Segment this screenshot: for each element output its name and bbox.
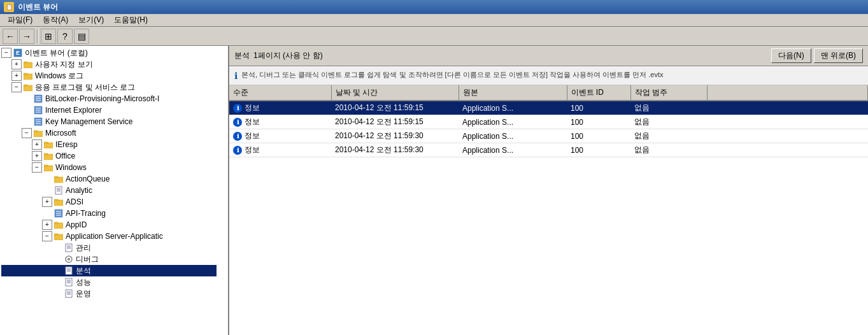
sidebar-item-custom[interactable]: +사용자 지정 보기 — [1, 59, 217, 70]
event-table: 수준 날짜 및 시간 원본 이벤트 ID 작업 범주 ℹ정보2010-04-12… — [229, 85, 868, 335]
sidebar-item-appid[interactable]: +AppID — [1, 219, 217, 231]
info-banner: ℹ 본석, 디버그 또는 클래식 이벤트 로그를 쉽게 탐색 및 조작하려면 [… — [229, 66, 868, 85]
sidebar-item-office[interactable]: +Office — [1, 150, 217, 162]
sidebar-item-perf[interactable]: 성능 — [1, 276, 217, 288]
sidebar-item-applog[interactable]: −응용 프로그램 및 서비스 로그 — [1, 82, 217, 93]
svg-rect-29 — [54, 176, 58, 178]
top-button[interactable]: 맨 위로(B) — [814, 48, 863, 63]
cell-level: ℹ정보 — [229, 129, 331, 143]
cell-eventid: 100 — [567, 143, 630, 157]
sidebar-item-debug[interactable]: 디버그 — [1, 253, 217, 265]
table-row[interactable]: ℹ정보2010-04-12 오전 11:59:15Application S..… — [229, 115, 868, 129]
sidebar-item-root[interactable]: −E이벤트 뷰어 (로컬) — [1, 47, 217, 59]
sidebar-item-analysis[interactable]: 분석 — [1, 265, 217, 276]
next-button[interactable]: 다음(N) — [771, 48, 811, 63]
level-text: 정보 — [245, 145, 260, 155]
view-button[interactable]: ▤ — [74, 29, 89, 44]
header-buttons: 다음(N) 맨 위로(B) — [771, 48, 863, 63]
svg-rect-26 — [44, 166, 53, 171]
sidebar-item-bitlocker[interactable]: BitLocker-Provisioning-Microsoft-I — [1, 93, 217, 104]
sidebar-item-kms[interactable]: Key Management Service — [1, 116, 217, 127]
back-button[interactable]: ← — [3, 29, 18, 44]
tree-expander[interactable]: + — [32, 139, 42, 150]
svg-rect-27 — [44, 165, 48, 166]
col-header-level[interactable]: 수준 — [229, 85, 331, 101]
tree-expander[interactable]: + — [11, 59, 22, 69]
level-text: 정보 — [245, 103, 260, 113]
svg-rect-2 — [24, 62, 32, 68]
sidebar-item-label-custom: 사용자 지정 보기 — [35, 59, 93, 70]
menu-file[interactable]: 파일(F) — [3, 13, 38, 27]
cell-datetime: 2010-04-12 오전 11:59:15 — [331, 101, 459, 115]
tree-icon-folder — [53, 220, 64, 230]
menu-view[interactable]: 보기(V) — [73, 13, 109, 27]
cell-rest — [707, 101, 868, 115]
col-header-datetime[interactable]: 날짜 및 시간 — [331, 85, 459, 101]
sidebar-item-microsoft[interactable]: −Microsoft — [1, 127, 217, 139]
col-header-category[interactable]: 작업 범주 — [630, 85, 707, 101]
tree-icon-log — [33, 94, 43, 104]
sidebar-item-windows[interactable]: −Windows — [1, 162, 217, 173]
sidebar-item-adsi[interactable]: +ADSI — [1, 196, 217, 208]
cell-datetime: 2010-04-12 오전 11:59:30 — [331, 143, 459, 157]
sidebar-item-analytic[interactable]: Analytic — [1, 185, 217, 196]
help-button[interactable]: ? — [57, 29, 73, 44]
sidebar-item-label-perf: 성능 — [76, 277, 91, 288]
menu-action[interactable]: 동작(A) — [38, 13, 73, 27]
tree-icon-folder — [53, 174, 64, 184]
table-row[interactable]: ℹ정보2010-04-12 오전 11:59:15Application S..… — [229, 101, 868, 115]
cell-category: 없음 — [630, 101, 707, 115]
svg-text:E: E — [16, 50, 20, 56]
tree-expander[interactable]: + — [42, 220, 52, 230]
sidebar-item-ieresp[interactable]: +IEresp — [1, 139, 217, 150]
page-title: 분석 — [234, 50, 250, 61]
tree-icon-doc — [64, 266, 74, 276]
title-bar: 📋 이벤트 뷰어 — [0, 0, 868, 14]
sidebar-item-mgmt[interactable]: 관리 — [1, 242, 217, 253]
sidebar-item-label-debug: 디버그 — [76, 254, 99, 265]
svg-rect-4 — [24, 74, 32, 80]
tree-expander[interactable]: − — [11, 82, 22, 92]
sidebar-item-oper[interactable]: 운영 — [1, 288, 217, 299]
svg-rect-30 — [55, 187, 62, 194]
svg-rect-50 — [66, 267, 72, 274]
cell-source: Application S... — [459, 143, 567, 157]
col-header-eventid[interactable]: 이벤트 ID — [567, 85, 630, 101]
table-row[interactable]: ℹ정보2010-04-12 오전 11:59:30Application S..… — [229, 143, 868, 157]
tree-expander[interactable]: + — [42, 197, 52, 207]
window-title: 이벤트 뷰어 — [18, 2, 58, 13]
svg-rect-28 — [54, 177, 63, 183]
sidebar-item-ie[interactable]: Internet Explorer — [1, 104, 217, 116]
level-icon: ℹ — [233, 132, 242, 141]
cell-rest — [707, 143, 868, 157]
cell-rest — [707, 115, 868, 129]
tree-icon-root: E — [13, 48, 23, 58]
forward-button[interactable]: → — [19, 29, 34, 44]
svg-rect-6 — [24, 85, 32, 91]
tree-icon-doc — [64, 289, 74, 299]
svg-rect-58 — [66, 290, 72, 297]
tree-expander[interactable]: − — [22, 128, 32, 138]
sidebar-item-actionqueue[interactable]: ActionQueue — [1, 173, 217, 185]
cell-datetime: 2010-04-12 오전 11:59:30 — [331, 129, 459, 143]
tree-expander[interactable]: − — [42, 231, 52, 241]
tree-icon-folder — [23, 82, 33, 92]
tree-expander[interactable]: + — [11, 71, 22, 81]
content-area: 분석 1페이지 (사용 안 함) 다음(N) 맨 위로(B) ℹ 본석, 디버그… — [229, 46, 868, 335]
tree-expander[interactable]: − — [1, 48, 11, 58]
sidebar-item-apitracing[interactable]: API-Tracing — [1, 208, 217, 219]
sidebar-item-label-kms: Key Management Service — [45, 117, 132, 126]
menu-help[interactable]: 도움말(H) — [109, 13, 153, 27]
sidebar-item-appserver[interactable]: −Application Server-Applicatic — [1, 231, 217, 242]
svg-rect-5 — [24, 73, 27, 75]
sidebar-item-label-applog: 응용 프로그램 및 서비스 로그 — [35, 82, 135, 93]
sidebar-item-winlog[interactable]: +Windows 로그 — [1, 70, 217, 82]
col-header-source[interactable]: 원본 — [459, 85, 567, 101]
col-header-rest — [707, 85, 868, 101]
tree-expander[interactable]: − — [32, 162, 42, 173]
tree-icon-folder — [23, 71, 33, 81]
tree-expander[interactable]: + — [32, 151, 42, 161]
show-button[interactable]: ⊞ — [41, 29, 56, 44]
tree-icon-gear — [64, 254, 74, 264]
table-row[interactable]: ℹ정보2010-04-12 오전 11:59:30Application S..… — [229, 129, 868, 143]
